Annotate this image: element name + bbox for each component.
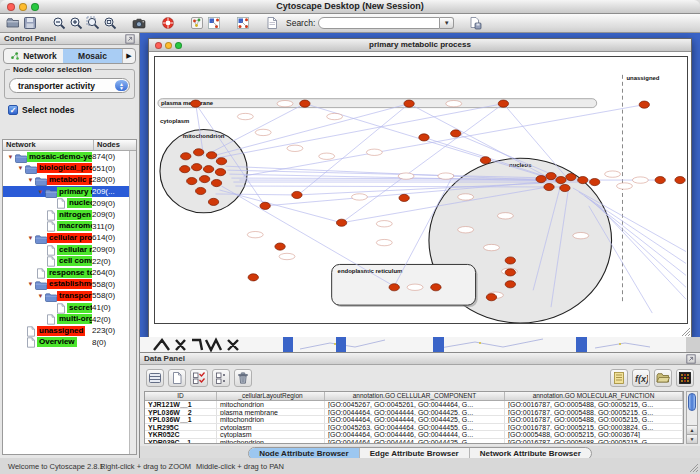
- column-header-1[interactable]: _cellularLayoutRegion: [217, 392, 325, 400]
- table-row-4[interactable]: YKR052Ccytoplasm[GO:0044464, GO:0044446,…: [145, 431, 683, 439]
- tree-row-6[interactable]: 4 14">macromolecule311(0): [3, 221, 129, 233]
- network-node: [277, 100, 293, 106]
- tree-column-network[interactable]: Network: [3, 140, 94, 150]
- window-resize-grip[interactable]: [680, 326, 690, 336]
- import-annotation-icon[interactable]: [466, 15, 483, 32]
- tab-scroll-right-icon[interactable]: ▶: [122, 49, 135, 63]
- table-row-0[interactable]: YJR121W__1mitochondrion[GO:0045267, GO:0…: [145, 401, 683, 409]
- table-scrollbar-thumb[interactable]: [688, 393, 696, 411]
- tree-row-5[interactable]: 4 14">nitrogen compo209(0): [3, 209, 129, 221]
- tree-expander-icon[interactable]: ▼: [26, 281, 35, 287]
- search-input[interactable]: [318, 17, 440, 29]
- attribute-table-icon[interactable]: [146, 369, 164, 387]
- network-overview-icon[interactable]: [188, 15, 205, 32]
- unselect-attributes-icon[interactable]: [212, 369, 230, 387]
- app-resize-grip[interactable]: [688, 462, 698, 472]
- open-file-icon[interactable]: [4, 15, 21, 32]
- save-session-icon[interactable]: [21, 15, 38, 32]
- node-color-selection-group: Node color selection transporter activit…: [4, 69, 135, 99]
- layout-network-alt-icon[interactable]: [234, 15, 251, 32]
- formula-builder-icon[interactable]: f(x): [632, 369, 650, 387]
- table-cell: [GO:0045267, GO:0045261, GO:0044464, G..…: [325, 401, 505, 408]
- tree-expander-icon[interactable]: ▼: [36, 189, 45, 195]
- table-row-2[interactable]: YPL036W__1mitochondrion[GO:0044464, GO:0…: [145, 416, 683, 424]
- network-canvas[interactable]: plasma membranecytoplasmmitochondrionnuc…: [154, 56, 688, 324]
- table-row-5[interactable]: YDR039C__1mitochondrion[GO:0044464, GO:0…: [145, 439, 683, 444]
- tree-row-13[interactable]: 4 14">secretion41(0): [3, 302, 129, 314]
- column-header-3[interactable]: annotation.GO MOLECULAR_FUNCTION: [505, 392, 683, 400]
- tree-expander-icon[interactable]: ▼: [36, 293, 45, 299]
- network-node-selected: [248, 274, 258, 281]
- snapshot-camera-icon[interactable]: [130, 15, 147, 32]
- tab-network-attribute-browser[interactable]: Network Attribute Browser: [470, 448, 591, 459]
- help-lifesaver-icon[interactable]: [159, 15, 176, 32]
- table-cell: plasma membrane: [217, 409, 325, 416]
- cytoplasm-label: cytoplasm: [160, 118, 189, 124]
- control-tab-network[interactable]: 4 14">Network: [4, 49, 63, 63]
- tree-row-15[interactable]: 4 14">unassigned223(0): [3, 325, 129, 337]
- tree-expander-icon[interactable]: ▼: [26, 177, 35, 183]
- attribute-matrix-icon[interactable]: [676, 369, 694, 387]
- search-options-dropdown[interactable]: ▼: [440, 17, 454, 29]
- float-panel-icon[interactable]: [686, 354, 696, 364]
- tree-row-node-count: 22(0): [92, 257, 129, 266]
- network-tree-table: Network Nodes ▼4 14">mosaic-demo-yeast87…: [2, 139, 137, 455]
- zoom-selected-icon[interactable]: [84, 15, 101, 32]
- attribute-notes-icon[interactable]: [610, 369, 628, 387]
- network-node: [247, 231, 263, 237]
- tree-row-3[interactable]: ▼4 14">primary metabol209(...: [3, 186, 129, 198]
- table-row-1[interactable]: YPL036W__2plasma membrane[GO:0044464, GO…: [145, 409, 683, 417]
- tab-node-attribute-browser[interactable]: Node Attribute Browser: [249, 448, 360, 459]
- network-leaf-icon: 4 14">: [45, 256, 57, 266]
- select-attributes-icon[interactable]: [190, 369, 208, 387]
- delete-attribute-icon[interactable]: [234, 369, 252, 387]
- tree-scrollbar[interactable]: [129, 151, 136, 454]
- control-tab-mosaic[interactable]: Mosaic: [63, 49, 122, 63]
- table-scrollbar[interactable]: ▲ ▼: [686, 391, 698, 444]
- table-row-3[interactable]: YLR295Ccytoplasm[GO:0045263, GO:0044464,…: [145, 424, 683, 432]
- tree-expander-icon[interactable]: ▼: [26, 235, 35, 241]
- tree-row-4[interactable]: 4 14">nucleobase-209(0): [3, 197, 129, 209]
- layout-network-icon[interactable]: [205, 15, 222, 32]
- column-header-2[interactable]: annotation.GO CELLULAR_COMPONENT: [325, 392, 505, 400]
- zoom-in-icon[interactable]: [67, 15, 84, 32]
- mitochondrion-region: [160, 129, 247, 212]
- column-header-0[interactable]: ID: [145, 392, 217, 400]
- table-cell: YDR039C__1: [145, 439, 217, 444]
- tree-row-12[interactable]: ▼4 14">transport558(0): [3, 290, 129, 302]
- status-pan-hint: Middle-click + drag to PAN: [196, 462, 284, 471]
- float-panel-icon[interactable]: [125, 34, 135, 44]
- scroll-up-icon[interactable]: ▲: [687, 425, 697, 434]
- zoom-out-icon[interactable]: [50, 15, 67, 32]
- select-nodes-checkbox[interactable]: ✓: [8, 105, 18, 115]
- tree-row-7[interactable]: ▼4 14">cellular process614(0): [3, 232, 129, 244]
- tree-row-1[interactable]: ▼4 14">biological_process651(0): [3, 163, 129, 175]
- tree-row-0[interactable]: ▼4 14">mosaic-demo-yeast874(0): [3, 151, 129, 163]
- network-node: [446, 100, 462, 106]
- new-attribute-icon[interactable]: [168, 369, 186, 387]
- network-node: [352, 194, 368, 200]
- tree-row-14[interactable]: 4 14">multi-organism pro42(0): [3, 313, 129, 325]
- tree-row-label: unassigned: [37, 326, 85, 336]
- network-window-titlebar[interactable]: primary metabolic process: [149, 39, 691, 52]
- zoom-fit-icon[interactable]: [101, 15, 118, 32]
- tree-row-10[interactable]: 4 14">response to stimulu264(0): [3, 267, 129, 279]
- tree-column-nodes[interactable]: Nodes: [94, 140, 136, 150]
- tree-row-11[interactable]: ▼4 14">establishment of lo558(0): [3, 279, 129, 291]
- attribute-table-body: YJR121W__1mitochondrion[GO:0045267, GO:0…: [145, 401, 683, 444]
- folder-icon: 4 14">: [15, 152, 27, 162]
- tree-row-16[interactable]: 4 14">Overview8(0): [3, 337, 129, 349]
- annotation-page-icon[interactable]: [263, 15, 280, 32]
- color-attribute-select[interactable]: transporter activity ▲▼: [9, 78, 130, 93]
- tree-row-label: secretion: [67, 303, 92, 313]
- tree-row-8[interactable]: 4 14">cellular metabol209(0): [3, 244, 129, 256]
- network-node-selected: [566, 174, 576, 181]
- tab-edge-attribute-browser[interactable]: Edge Attribute Browser: [360, 448, 470, 459]
- table-cell: YLR295C: [145, 424, 217, 431]
- scroll-down-icon[interactable]: ▼: [687, 434, 697, 443]
- tree-expander-icon[interactable]: ▼: [16, 165, 25, 171]
- import-attributes-icon[interactable]: [654, 369, 672, 387]
- tree-row-9[interactable]: 4 14">cell communicat22(0): [3, 255, 129, 267]
- tree-expander-icon[interactable]: ▼: [6, 154, 15, 160]
- tree-row-2[interactable]: ▼4 14">metabolic process280(0): [3, 174, 129, 186]
